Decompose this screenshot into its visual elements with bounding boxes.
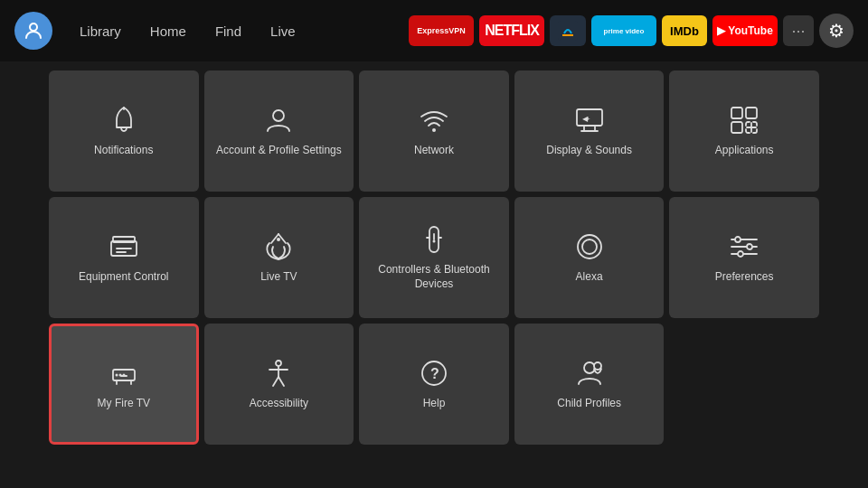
svg-text:?: ? xyxy=(430,366,439,381)
grid-row-1: Notifications Account & Profile Settings… xyxy=(49,70,819,192)
svg-point-33 xyxy=(582,239,597,254)
svg-point-4 xyxy=(273,110,284,121)
prime-video-icon[interactable]: prime video xyxy=(591,15,656,46)
tile-accessibility[interactable]: Accessibility xyxy=(204,324,354,445)
tile-network[interactable]: Network xyxy=(359,70,509,192)
notifications-label: Notifications xyxy=(94,144,153,158)
empty-space xyxy=(669,324,819,445)
tile-help[interactable]: ? Help xyxy=(359,324,509,445)
svg-point-32 xyxy=(578,235,601,258)
svg-line-50 xyxy=(273,377,278,386)
svg-point-26 xyxy=(277,238,280,241)
svg-text:◀: ◀ xyxy=(582,115,589,123)
accessibility-label: Accessibility xyxy=(250,397,308,411)
network-label: Network xyxy=(414,144,454,158)
live-tv-label: Live TV xyxy=(260,270,297,285)
applications-label: Applications xyxy=(715,144,774,158)
tile-account-profile[interactable]: Account & Profile Settings xyxy=(204,70,354,192)
tile-applications[interactable]: Applications xyxy=(669,70,819,192)
svg-rect-14 xyxy=(731,122,742,133)
grid-row-2: Equipment Control Live TV Contr xyxy=(49,197,819,318)
amazon-music-icon[interactable] xyxy=(550,15,586,46)
imdb-icon[interactable]: IMDb xyxy=(662,15,707,46)
app-icons-bar: ExpressVPN NETFLIX prime video IMDb ▶ Yo… xyxy=(409,14,854,48)
svg-point-29 xyxy=(432,240,435,243)
tile-live-tv[interactable]: Live TV xyxy=(204,197,354,318)
svg-rect-46 xyxy=(120,375,127,377)
user-avatar[interactable] xyxy=(14,12,52,50)
nav-find[interactable]: Find xyxy=(203,18,254,44)
nav-home[interactable]: Home xyxy=(137,18,199,44)
nav-live[interactable]: Live xyxy=(258,18,308,44)
tile-equipment-control[interactable]: Equipment Control xyxy=(49,197,199,318)
tile-preferences[interactable]: Preferences xyxy=(669,197,819,318)
child-profiles-label: Child Profiles xyxy=(557,397,621,411)
alexa-label: Alexa xyxy=(576,270,603,285)
svg-line-51 xyxy=(278,377,284,386)
expressvpn-icon[interactable]: ExpressVPN xyxy=(409,15,474,46)
netflix-icon[interactable]: NETFLIX xyxy=(479,15,544,46)
svg-rect-13 xyxy=(746,108,757,118)
help-label: Help xyxy=(423,397,446,411)
tile-my-fire-tv[interactable]: My Fire TV xyxy=(49,324,199,445)
svg-point-39 xyxy=(738,251,743,257)
nav-links: Library Home Find Live xyxy=(67,18,308,44)
top-navigation: Library Home Find Live ExpressVPN NETFLI… xyxy=(0,0,868,61)
preferences-label: Preferences xyxy=(715,270,774,285)
more-apps-button[interactable]: ··· xyxy=(783,15,814,46)
svg-point-38 xyxy=(747,244,752,249)
svg-point-0 xyxy=(30,23,37,31)
svg-point-54 xyxy=(584,362,595,373)
svg-rect-21 xyxy=(113,237,135,242)
svg-point-5 xyxy=(432,128,436,132)
account-profile-label: Account & Profile Settings xyxy=(216,144,342,158)
youtube-icon[interactable]: ▶ YouTube xyxy=(712,15,778,46)
equipment-control-label: Equipment Control xyxy=(79,270,168,285)
tile-display-sounds[interactable]: + ◀ Display & Sounds xyxy=(514,70,665,192)
display-sounds-label: Display & Sounds xyxy=(546,144,632,158)
controllers-bluetooth-label: Controllers & Bluetooth Devices xyxy=(364,263,504,291)
settings-button[interactable]: ⚙ xyxy=(819,14,854,48)
my-fire-tv-label: My Fire TV xyxy=(98,397,150,411)
svg-rect-12 xyxy=(731,108,742,118)
grid-row-3: My Fire TV Accessibility ? Help xyxy=(49,324,819,445)
tile-alexa[interactable]: Alexa xyxy=(514,197,665,318)
settings-grid: Notifications Account & Profile Settings… xyxy=(0,61,868,454)
svg-point-55 xyxy=(594,362,601,370)
svg-point-37 xyxy=(735,237,741,242)
tile-notifications[interactable]: Notifications xyxy=(49,70,199,192)
tile-child-profiles[interactable]: Child Profiles xyxy=(514,324,665,445)
nav-library[interactable]: Library xyxy=(67,18,134,44)
tile-controllers-bluetooth[interactable]: Controllers & Bluetooth Devices xyxy=(359,197,509,318)
